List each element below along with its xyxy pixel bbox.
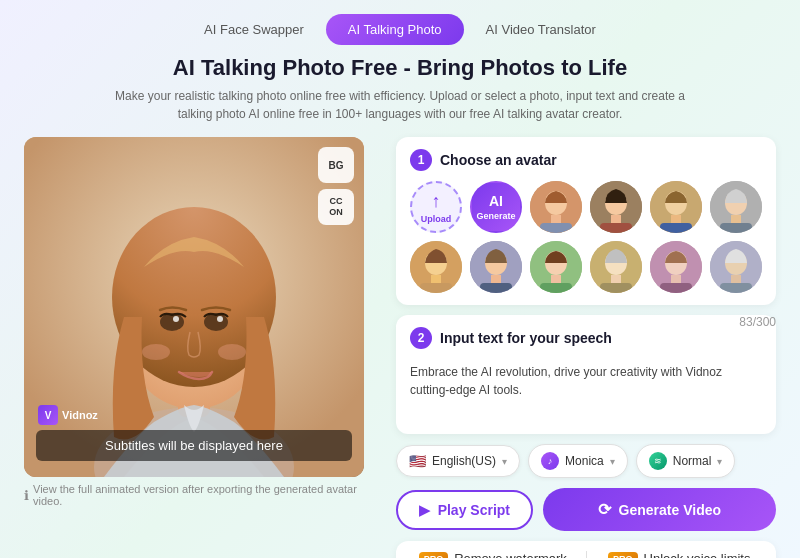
avatar-grid: ↑ Upload AI Generate <box>410 181 762 293</box>
svg-rect-18 <box>600 223 632 233</box>
speed-select[interactable]: ≋ Normal ▾ <box>636 444 736 478</box>
svg-rect-17 <box>611 215 621 223</box>
svg-point-8 <box>217 316 223 322</box>
chevron-down-icon-2: ▾ <box>610 456 615 467</box>
section-num-2: 2 <box>410 327 432 349</box>
speed-label: Normal <box>673 454 712 468</box>
divider <box>586 551 587 558</box>
avatar-item[interactable] <box>650 241 702 293</box>
subtitle-text: Subtitles will be displayed here <box>105 438 283 453</box>
generate-video-label: Generate Video <box>619 502 721 518</box>
svg-rect-41 <box>611 275 621 283</box>
bottom-note: ℹ View the full animated version after e… <box>24 483 380 507</box>
page-title: AI Talking Photo Free - Bring Photos to … <box>0 55 800 81</box>
top-navigation: AI Face Swapper AI Talking Photo AI Vide… <box>0 0 800 55</box>
avatar-item[interactable] <box>590 181 642 233</box>
svg-rect-22 <box>660 223 692 233</box>
chevron-down-icon: ▾ <box>502 456 507 467</box>
svg-rect-38 <box>540 283 572 293</box>
avatar-item[interactable] <box>530 241 582 293</box>
bg-button[interactable]: BG <box>318 147 354 183</box>
subtitle-display: Subtitles will be displayed here <box>36 430 352 461</box>
play-script-label: Play Script <box>438 502 510 518</box>
choose-avatar-section: 1 Choose an avatar ↑ Upload AI Generate <box>396 137 776 305</box>
svg-rect-37 <box>551 275 561 283</box>
remove-watermark-label: Remove watermark <box>454 551 567 558</box>
svg-rect-45 <box>671 275 681 283</box>
text-input-title: Input text for your speech <box>440 330 612 346</box>
tab-talking-photo[interactable]: AI Talking Photo <box>326 14 464 45</box>
speech-text-input[interactable] <box>410 363 762 418</box>
svg-point-9 <box>142 344 170 360</box>
choose-avatar-title: Choose an avatar <box>440 152 557 168</box>
avatar-generate-button[interactable]: AI Generate <box>470 181 522 233</box>
avatar-preview: BG CCON V Vidnoz Subtitles will be displ… <box>24 137 364 477</box>
bg-icon-label: BG <box>329 160 344 171</box>
avatar-item[interactable] <box>710 181 762 233</box>
logo-watermark: V Vidnoz <box>38 405 98 425</box>
logo-text: Vidnoz <box>62 409 98 421</box>
main-content: BG CCON V Vidnoz Subtitles will be displ… <box>0 137 800 558</box>
svg-rect-21 <box>671 215 681 223</box>
language-select[interactable]: 🇺🇸 English(US) ▾ <box>396 445 520 477</box>
char-count: 83/300 <box>739 315 776 329</box>
svg-point-7 <box>173 316 179 322</box>
svg-rect-13 <box>551 215 561 223</box>
unlock-voice-label: Unlock voice limits <box>644 551 751 558</box>
tab-video-translator[interactable]: AI Video Translator <box>464 14 618 45</box>
info-icon: ℹ <box>24 488 29 503</box>
svg-rect-26 <box>720 223 752 233</box>
avatar-item[interactable] <box>410 241 462 293</box>
page-subtitle: Make your realistic talking photo online… <box>110 87 690 123</box>
play-script-button[interactable]: ▶ Play Script <box>396 490 533 530</box>
text-input-header: 2 Input text for your speech 83/300 <box>410 327 762 349</box>
logo-v-icon: V <box>38 405 58 425</box>
pro-badge-2: PRO <box>608 552 638 559</box>
tab-face-swapper[interactable]: AI Face Swapper <box>182 14 326 45</box>
flag-icon: 🇺🇸 <box>409 453 426 469</box>
svg-rect-14 <box>540 223 572 233</box>
voice-label: Monica <box>565 454 604 468</box>
unlock-voice-button[interactable]: PRO Unlock voice limits <box>597 551 763 558</box>
svg-rect-33 <box>491 275 501 283</box>
speed-icon: ≋ <box>649 452 667 470</box>
pro-badge-1: PRO <box>419 552 449 559</box>
svg-rect-50 <box>720 283 752 293</box>
video-panel: BG CCON V Vidnoz Subtitles will be displ… <box>24 137 380 558</box>
avatar-item[interactable] <box>470 241 522 293</box>
language-label: English(US) <box>432 454 496 468</box>
avatar-item[interactable] <box>710 241 762 293</box>
svg-rect-46 <box>660 283 692 293</box>
section-num-1: 1 <box>410 149 432 171</box>
svg-rect-49 <box>731 275 741 283</box>
pro-features-row: PRO Remove watermark PRO Unlock voice li… <box>396 541 776 558</box>
svg-rect-25 <box>731 215 741 223</box>
play-icon: ▶ <box>419 502 430 518</box>
action-buttons-row: ▶ Play Script ⟳ Generate Video <box>396 488 776 531</box>
avatar-item[interactable] <box>650 181 702 233</box>
avatar-item[interactable] <box>530 181 582 233</box>
voice-icon: ♪ <box>541 452 559 470</box>
remove-watermark-button[interactable]: PRO Remove watermark <box>410 551 576 558</box>
voice-select[interactable]: ♪ Monica ▾ <box>528 444 628 478</box>
svg-rect-30 <box>420 283 452 293</box>
svg-rect-42 <box>600 283 632 293</box>
svg-rect-29 <box>431 275 441 283</box>
text-input-section: 2 Input text for your speech 83/300 <box>396 315 776 434</box>
avatar-item[interactable] <box>590 241 642 293</box>
cc-button[interactable]: CCON <box>318 189 354 225</box>
chevron-down-icon-3: ▾ <box>717 456 722 467</box>
choose-avatar-header: 1 Choose an avatar <box>410 149 762 171</box>
right-panel: 1 Choose an avatar ↑ Upload AI Generate <box>396 137 776 558</box>
avatar-display <box>24 137 364 477</box>
svg-point-10 <box>218 344 246 360</box>
avatar-upload-button[interactable]: ↑ Upload <box>410 181 462 233</box>
svg-rect-34 <box>480 283 512 293</box>
cc-icon-label: CCON <box>329 196 343 218</box>
generate-icon: ⟳ <box>598 500 611 519</box>
controls-row: 🇺🇸 English(US) ▾ ♪ Monica ▾ ≋ Normal ▾ <box>396 444 776 478</box>
generate-video-button[interactable]: ⟳ Generate Video <box>543 488 776 531</box>
